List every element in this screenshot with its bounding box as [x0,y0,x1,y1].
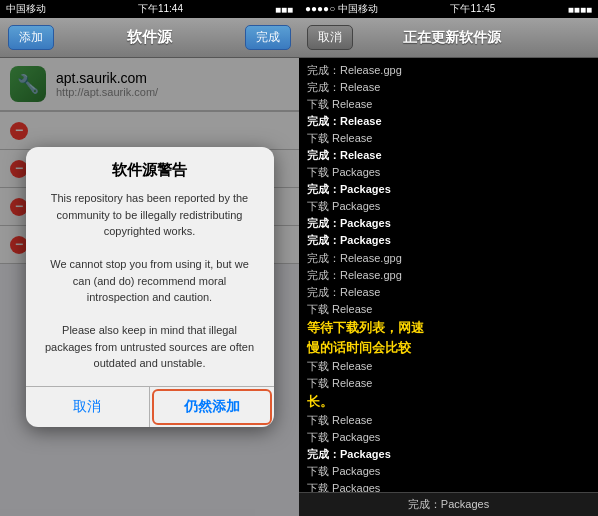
log-line: 完成：Release.gpg [307,62,590,79]
dialog-box: 软件源警告 This repository has been reported … [26,147,274,427]
log-line: 完成：Packages [307,215,590,232]
update-log: 完成：Release.gpg完成：Release下载 Release完成：Rel… [299,58,598,492]
dialog-title: 软件源警告 [26,147,274,186]
nav-bar-left: 添加 软件源 完成 [0,18,299,58]
log-line: 下载 Release [307,358,590,375]
right-panel: ●●●●○ 中国移动 下午11:45 ■■■■ 取消 正在更新软件源 完成：Re… [299,0,598,516]
dialog-buttons: 取消 仍然添加 [26,387,274,427]
dialog-para1: This repository has been reported by the… [42,190,258,240]
carrier-right: ●●●●○ 中国移动 [305,2,378,16]
cancel-button-right[interactable]: 取消 [307,25,353,50]
log-line: 下载 Packages [307,429,590,446]
time-left: 下午11:44 [138,2,183,16]
log-line: 下载 Packages [307,463,590,480]
log-line: 完成：Packages [307,181,590,198]
log-line: 慢的话时间会比较 [307,338,590,358]
log-line: 下载 Release [307,375,590,392]
log-line: 完成：Release.gpg [307,250,590,267]
log-line: 长。 [307,392,590,412]
log-line: 下载 Release [307,96,590,113]
log-line: 下载 Release [307,130,590,147]
done-button[interactable]: 完成 [245,25,291,50]
log-line: 完成：Release [307,147,590,164]
log-line: 下载 Packages [307,164,590,181]
left-panel: 中国移动 下午11:44 ■■■ 添加 软件源 完成 🔧 apt.saurik.… [0,0,299,516]
dialog-body: This repository has been reported by the… [26,186,274,386]
dialog-para2: We cannot stop you from using it, but we… [42,256,258,306]
log-line: 下载 Packages [307,198,590,215]
log-line: 完成：Release [307,113,590,130]
nav-title-right: 正在更新软件源 [403,29,501,47]
log-line: 完成：Release.gpg [307,267,590,284]
dialog-cancel-button[interactable]: 取消 [26,387,151,427]
nav-title-left: 软件源 [127,28,172,47]
log-line: 完成：Release [307,284,590,301]
log-line: 下载 Release [307,412,590,429]
dialog-overlay: 软件源警告 This repository has been reported … [0,58,299,516]
status-bar-left: 中国移动 下午11:44 ■■■ [0,0,299,18]
battery-left: ■■■ [275,4,293,15]
carrier-left: 中国移动 [6,2,46,16]
add-button[interactable]: 添加 [8,25,54,50]
log-line: 下载 Release [307,301,590,318]
log-line: 完成：Packages [307,232,590,249]
time-right: 下午11:45 [450,2,495,16]
log-line: 完成：Release [307,79,590,96]
dialog-para3: Please also keep in mind that illegal pa… [42,322,258,372]
log-line: 下载 Packages [307,480,590,492]
log-line: 完成：Packages [307,446,590,463]
bottom-status: 完成：Packages [299,492,598,516]
dialog-confirm-button[interactable]: 仍然添加 [150,387,274,427]
nav-bar-right: 取消 正在更新软件源 [299,18,598,58]
status-bar-right: ●●●●○ 中国移动 下午11:45 ■■■■ [299,0,598,18]
log-line: 等待下载列表，网速 [307,318,590,338]
battery-right: ■■■■ [568,4,592,15]
